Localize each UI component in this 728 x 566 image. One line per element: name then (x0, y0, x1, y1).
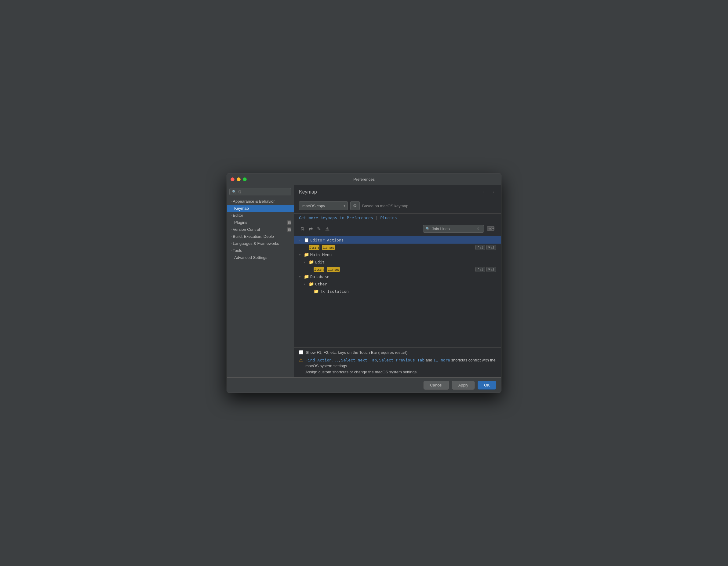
ok-button[interactable]: OK (478, 381, 496, 390)
sidebar-search[interactable]: 🔍 (229, 188, 291, 195)
maximize-button[interactable] (243, 177, 247, 181)
sidebar-search-input[interactable] (238, 190, 289, 194)
close-button[interactable] (231, 177, 235, 181)
sidebar-item-build-execution[interactable]: › Build, Execution, Deplo (227, 233, 294, 240)
forward-arrow[interactable]: → (489, 189, 496, 195)
tree-row-main-menu[interactable]: ▾ 📁 Main Menu (294, 251, 501, 258)
sidebar-item-keymap[interactable]: Keymap (227, 205, 294, 212)
edit-icon: 📁 (309, 259, 314, 264)
minimize-button[interactable] (237, 177, 241, 181)
main-menu-icon: 📁 (304, 252, 309, 257)
pipe-divider: | (375, 216, 378, 220)
sidebar-item-advanced-settings[interactable]: Advanced Settings (227, 254, 294, 261)
collapse-all-button[interactable]: ⇄ (307, 225, 314, 233)
main-content: 🔍 › Appearance & Behavior Keymap › Edito… (227, 185, 501, 377)
preferences-link[interactable]: Preferences (347, 216, 373, 220)
sidebar-item-editor[interactable]: › Editor (227, 212, 294, 219)
search-icon: 🔍 (426, 227, 430, 231)
nav-arrows: ← → (480, 189, 496, 195)
apply-button[interactable]: Apply (452, 381, 475, 390)
tree-row-tx-isolation[interactable]: 📁 Tx Isolation (294, 288, 501, 295)
action-search-input[interactable] (432, 227, 475, 231)
shortcut-badges-1: ⌃⇧J ⌘⇧J (475, 245, 496, 250)
action-search-field[interactable]: 🔍 ✕ (423, 225, 484, 233)
cancel-button[interactable]: Cancel (424, 381, 449, 390)
panel-header: Keymap ← → (294, 185, 501, 198)
back-arrow[interactable]: ← (480, 189, 488, 195)
sidebar-item-label: Editor (233, 213, 243, 218)
chevron-icon: › (231, 235, 231, 238)
more-shortcuts-link[interactable]: 11 more (433, 358, 450, 362)
tree-row-editor-actions[interactable]: ▾ 📋 Editor Actions (294, 236, 501, 244)
chevron-icon: › (231, 249, 231, 252)
edit-shortcut-button[interactable]: ✎ (315, 225, 322, 233)
tree-row-join-lines-1[interactable]: Join Lines ⌃⇧J ⌘⇧J (294, 244, 501, 251)
database-icon: 📁 (304, 274, 309, 279)
dialog-footer: Cancel Apply OK (227, 377, 501, 393)
sidebar-item-version-control[interactable]: › Version Control ▤ (227, 226, 294, 233)
warning-text: Find Action..., Select Next Tab, Select … (305, 357, 496, 375)
touch-bar-label: Show F1, F2, etc. keys on the Touch Bar … (306, 350, 408, 355)
tree-chevron-icon: ▾ (299, 275, 303, 278)
tree-chevron-icon: ▾ (299, 253, 303, 256)
chevron-icon: › (231, 214, 231, 217)
plugin-link-row: Get more keymaps in Preferences | Plugin… (294, 214, 501, 223)
tree-chevron-icon (309, 290, 312, 293)
keymap-dropdown-wrapper: macOS copy macOS Default Eclipse Emacs (299, 201, 348, 210)
plugin-link-prefix: Get more keymaps in Preferences | Plugin… (299, 216, 397, 220)
chevron-icon: › (231, 200, 231, 203)
find-action-button[interactable]: ⌨ (485, 224, 496, 233)
join-lines-1-label: Join Lines (309, 245, 475, 250)
select-next-tab-link[interactable]: Select Next Tab (341, 358, 377, 362)
tx-isolation-icon: 📁 (314, 289, 319, 294)
title-bar: Preferences (227, 173, 501, 185)
sidebar-item-appearance-behavior[interactable]: › Appearance & Behavior (227, 198, 294, 205)
tree-chevron-icon: ▾ (304, 260, 308, 264)
plugins-badge: ▤ (287, 220, 291, 225)
warning-icon: ⚠ (299, 357, 303, 362)
sidebar-item-label: Version Control (233, 227, 260, 232)
tree-row-edit[interactable]: ▾ 📁 Edit (294, 258, 501, 266)
database-label: Database (310, 274, 496, 279)
tree-row-other[interactable]: ▾ 📁 Other (294, 280, 501, 288)
shortcut-badge: ⌘⇧J (486, 245, 496, 250)
expand-all-button[interactable]: ⇅ (299, 225, 306, 233)
tx-isolation-label: Tx Isolation (320, 289, 496, 294)
based-on-text: Based on macOS keymap (362, 204, 408, 208)
touch-bar-checkbox[interactable] (299, 350, 303, 354)
shortcut-badge: ⌃⇧J (475, 245, 485, 250)
tree-row-database[interactable]: ▾ 📁 Database (294, 273, 501, 280)
other-label: Other (315, 282, 496, 286)
shortcut-badge: ⌘⇧J (486, 267, 496, 272)
search-clear-button[interactable]: ✕ (476, 227, 479, 231)
tree-chevron-icon: ▾ (299, 238, 303, 242)
search-icon: 🔍 (232, 190, 236, 194)
preferences-dialog: Preferences 🔍 › Appearance & Behavior Ke… (227, 173, 501, 393)
bottom-bar: Show F1, F2, etc. keys on the Touch Bar … (294, 347, 501, 378)
show-conflicts-button[interactable]: ⚠ (324, 225, 331, 233)
sidebar-item-languages-frameworks[interactable]: › Languages & Frameworks (227, 240, 294, 247)
sidebar-item-label: Plugins (234, 220, 247, 225)
chevron-icon: › (231, 242, 231, 245)
chevron-icon: › (231, 228, 231, 231)
highlight-lines: Lines (322, 245, 335, 250)
sidebar-item-label: Languages & Frameworks (233, 241, 279, 246)
sidebar-item-tools[interactable]: › Tools (227, 247, 294, 254)
highlight-lines: Lines (327, 267, 340, 272)
toolbar-row: ⇅ ⇄ ✎ ⚠ 🔍 ✕ ⌨ (294, 223, 501, 235)
find-action-link[interactable]: Find Action... (305, 358, 339, 362)
select-previous-tab-link[interactable]: Select Previous Tab (379, 358, 424, 362)
highlight-join: Join (314, 267, 324, 272)
shortcut-badges-2: ⌃⇧J ⌘⇧J (475, 267, 496, 272)
sidebar: 🔍 › Appearance & Behavior Keymap › Edito… (227, 185, 294, 377)
tree-container: ▾ 📋 Editor Actions Join Lines ⌃⇧J ⌘⇧J (294, 235, 501, 347)
plugins-link[interactable]: Plugins (380, 216, 397, 220)
tree-row-join-lines-2[interactable]: Join Lines ⌃⇧J ⌘⇧J (294, 266, 501, 273)
main-panel: Keymap ← → macOS copy macOS Default Ecli… (294, 185, 501, 377)
warning-row: ⚠ Find Action..., Select Next Tab, Selec… (299, 357, 496, 375)
traffic-lights (231, 177, 247, 181)
highlight-join: Join (309, 245, 319, 250)
keymap-dropdown[interactable]: macOS copy macOS Default Eclipse Emacs (299, 201, 348, 210)
keymap-settings-button[interactable]: ⚙ (350, 201, 360, 210)
sidebar-item-plugins[interactable]: Plugins ▤ (227, 219, 294, 226)
